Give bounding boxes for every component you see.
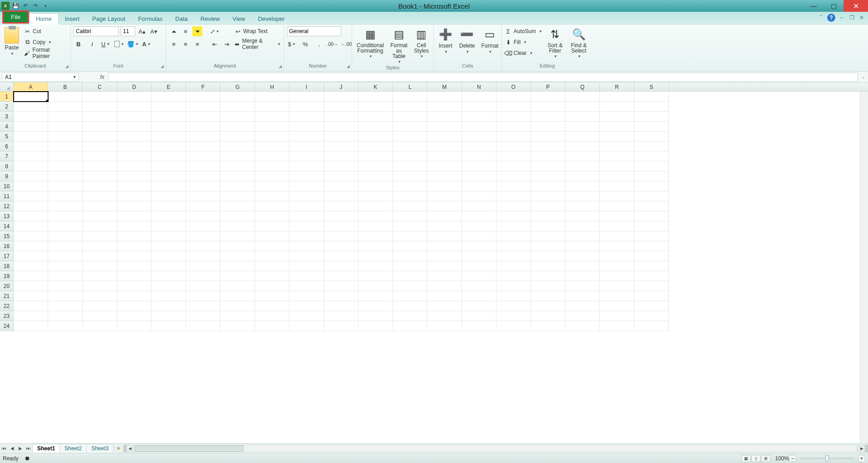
cell[interactable] [324,141,358,151]
cell[interactable] [152,112,186,122]
new-sheet-icon[interactable]: ✶ [113,445,123,452]
cell[interactable] [186,191,221,201]
cell[interactable] [565,251,600,261]
cell[interactable] [186,251,221,261]
font-color-button[interactable]: A▼ [142,39,152,49]
sort-filter-button[interactable]: ⇅Sort & Filter▼ [545,26,565,59]
cell[interactable] [117,161,152,171]
cell[interactable] [634,291,669,301]
cell[interactable] [393,201,427,211]
cell[interactable] [14,221,48,231]
cell[interactable] [634,122,669,132]
row-header[interactable]: 17 [0,251,14,261]
cell[interactable] [117,301,152,311]
macro-record-icon[interactable]: ⏺ [24,455,31,462]
cell[interactable] [531,141,565,151]
cell[interactable] [496,281,531,291]
cell[interactable] [255,171,289,181]
row-header[interactable]: 14 [0,221,14,231]
cell[interactable] [83,321,117,331]
row-header[interactable]: 6 [0,141,14,151]
cell[interactable] [565,241,600,251]
cell[interactable] [565,102,600,112]
cell[interactable] [48,301,83,311]
row-header[interactable]: 8 [0,161,14,171]
cell[interactable] [289,191,324,201]
cell[interactable] [48,271,83,281]
cell[interactable] [221,231,255,241]
cell[interactable] [48,321,83,331]
zoom-level[interactable]: 100% [775,455,789,462]
cell[interactable] [221,102,255,112]
cell[interactable] [186,321,221,331]
select-all-corner[interactable] [0,83,14,91]
cell[interactable] [83,261,117,271]
cell[interactable] [565,301,600,311]
cell[interactable] [289,271,324,281]
cell[interactable] [565,181,600,191]
column-header[interactable]: J [324,83,358,91]
cell[interactable] [634,271,669,281]
cell[interactable] [48,221,83,231]
tab-page-layout[interactable]: Page Layout [86,14,132,24]
cell[interactable] [462,221,496,231]
cell[interactable] [427,321,462,331]
cell[interactable] [393,211,427,221]
cell[interactable] [48,201,83,211]
cell[interactable] [255,141,289,151]
workbook-minimize-icon[interactable]: – [838,14,845,21]
cell[interactable] [221,181,255,191]
cell[interactable] [565,321,600,331]
format-painter-button[interactable]: 🖌Format Painter [24,48,68,58]
cell[interactable] [83,181,117,191]
cell[interactable] [427,281,462,291]
decrease-decimal-icon[interactable]: ←.00 [341,39,351,49]
cell[interactable] [117,151,152,161]
cell[interactable] [393,271,427,281]
cell[interactable] [152,241,186,251]
cell[interactable] [565,211,600,221]
column-header[interactable]: K [358,83,393,91]
cell[interactable] [14,141,48,151]
cell[interactable] [531,102,565,112]
cell[interactable] [358,301,393,311]
cell[interactable] [255,301,289,311]
cell[interactable] [255,181,289,191]
cell[interactable] [221,291,255,301]
cell[interactable] [324,92,358,102]
row-header[interactable]: 10 [0,181,14,191]
cell[interactable] [221,141,255,151]
qat-customize-icon[interactable]: ▾ [41,2,49,10]
cell[interactable] [600,151,634,161]
cell[interactable] [255,231,289,241]
cell[interactable] [186,271,221,281]
row-header[interactable]: 2 [0,102,14,112]
tab-view[interactable]: View [226,14,251,24]
cell[interactable] [48,281,83,291]
cell[interactable] [48,261,83,271]
cell[interactable] [255,211,289,221]
cell[interactable] [531,132,565,141]
cell[interactable] [48,141,83,151]
cell[interactable] [393,321,427,331]
cell[interactable] [358,251,393,261]
cell[interactable] [358,241,393,251]
cell[interactable] [634,191,669,201]
cell[interactable] [531,301,565,311]
cell[interactable] [565,221,600,231]
cell[interactable] [14,301,48,311]
cell[interactable] [255,191,289,201]
cell[interactable] [358,102,393,112]
cell[interactable] [48,291,83,301]
cell[interactable] [462,231,496,241]
next-sheet-icon[interactable]: ▶ [16,446,25,451]
paste-button[interactable]: Paste ▼ [3,26,21,57]
cell[interactable] [358,191,393,201]
cell[interactable] [289,301,324,311]
borders-button[interactable]: ▼ [114,39,124,49]
cell[interactable] [427,191,462,201]
cell[interactable] [186,301,221,311]
cell[interactable] [324,271,358,281]
cell[interactable] [427,311,462,321]
cell[interactable] [427,251,462,261]
